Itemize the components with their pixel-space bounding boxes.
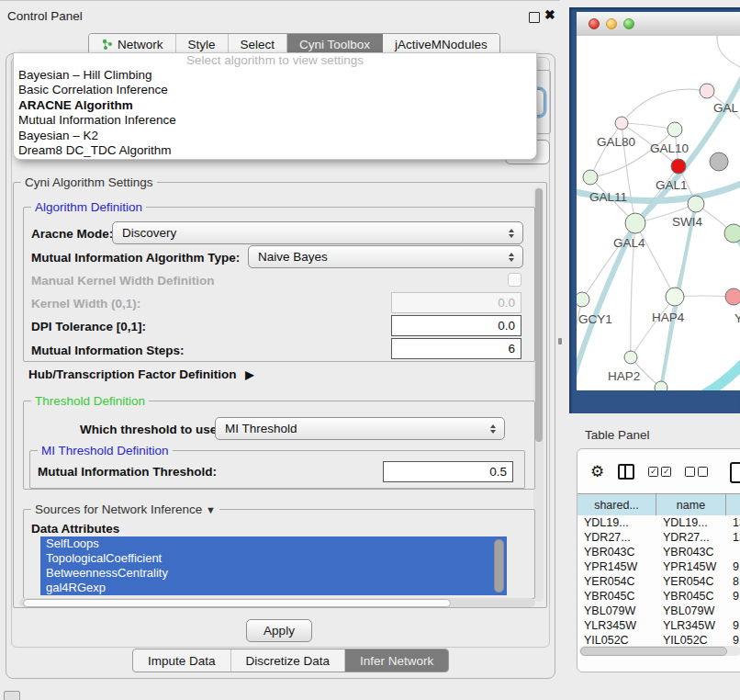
float-window-icon[interactable] bbox=[529, 12, 540, 23]
tab-infer-network[interactable]: Infer Network bbox=[345, 649, 448, 672]
popup-item[interactable]: Bayesian – Hill Climbing bbox=[14, 68, 536, 83]
apply-button[interactable]: Apply bbox=[246, 619, 312, 642]
network-nodes[interactable] bbox=[577, 84, 740, 390]
mi-threshold-field[interactable]: 0.5 bbox=[383, 461, 513, 482]
attribute-item[interactable]: gal4RGexp bbox=[40, 581, 507, 595]
unchecked-box-icon bbox=[698, 467, 708, 477]
tab-select[interactable]: Select bbox=[229, 34, 288, 54]
node-hap2[interactable] bbox=[624, 351, 637, 364]
popup-item[interactable]: Basic Correlation Inference bbox=[14, 83, 536, 97]
node-bottom-green[interactable] bbox=[655, 381, 667, 390]
sources-group: Sources for Network Inference ▼ Data Att… bbox=[23, 509, 535, 599]
settings-hscrollbar-thumb[interactable] bbox=[23, 599, 451, 607]
expander-right-icon: ▶ bbox=[245, 368, 253, 381]
tab-select-label: Select bbox=[241, 38, 275, 51]
combo-arrows-icon bbox=[509, 253, 514, 262]
network-canvas[interactable]: GAL GAL80 GAL10 GAL1 GAL11 SWI4 GAL4 GCY… bbox=[577, 36, 740, 390]
table-hscrollbar-thumb[interactable] bbox=[580, 647, 727, 656]
table-row[interactable]: YBR043CYBR043C bbox=[577, 545, 740, 559]
node-label: GAL bbox=[713, 101, 739, 115]
popup-item-selected[interactable]: ARACNE Algorithm bbox=[14, 98, 536, 113]
table-panel-title: Table Panel bbox=[585, 428, 650, 442]
node-hap4[interactable] bbox=[666, 288, 684, 306]
hub-definition-expander[interactable]: Hub/Transcription Factor Definition ▶ bbox=[28, 367, 254, 381]
table-row[interactable]: YBL079WYBL079W bbox=[577, 604, 740, 618]
zoom-traffic-light-icon[interactable] bbox=[623, 18, 634, 29]
mi-type-label: Mutual Information Algorithm Type: bbox=[31, 251, 240, 265]
split-columns-icon[interactable] bbox=[618, 464, 634, 480]
cell: YBL079W bbox=[656, 604, 726, 618]
select-all-checkboxes-icon[interactable]: ✓✓ bbox=[648, 467, 671, 477]
tab-cyni-toolbox[interactable]: Cyni Toolbox bbox=[287, 34, 383, 54]
dpi-tolerance-field[interactable]: 0.0 bbox=[391, 315, 521, 336]
kernel-width-field[interactable]: 0.0 bbox=[391, 292, 521, 313]
attributes-scrollbar-thumb[interactable] bbox=[494, 539, 504, 593]
node-label: GCY1 bbox=[578, 312, 612, 326]
attribute-item[interactable]: TopologicalCoefficient bbox=[40, 551, 507, 566]
table-row[interactable]: YPR145WYPR145W9. bbox=[577, 559, 740, 574]
network-window-titlebar[interactable] bbox=[577, 12, 740, 37]
node-right-green[interactable] bbox=[724, 224, 740, 243]
attribute-item[interactable]: BetweennessCentrality bbox=[40, 566, 507, 581]
table-row[interactable]: YER054CYER054C8. bbox=[577, 574, 740, 589]
document-icon[interactable] bbox=[730, 462, 740, 483]
column-header-name[interactable]: name bbox=[656, 494, 726, 516]
mi-type-combo[interactable]: Naive Bayes bbox=[248, 245, 523, 268]
node-gal10[interactable] bbox=[667, 122, 682, 137]
tab-jactivemnodules-label: jActiveMNodules bbox=[395, 38, 488, 51]
cell: YIL052C bbox=[577, 633, 656, 645]
node-swi4[interactable] bbox=[688, 196, 704, 212]
attribute-item[interactable]: SelfLoops bbox=[40, 536, 507, 551]
cell: 9. bbox=[726, 633, 740, 645]
gear-icon[interactable]: ⚙ bbox=[590, 464, 604, 480]
panel-splitter-handle[interactable] bbox=[558, 338, 562, 344]
close-traffic-light-icon[interactable] bbox=[589, 18, 600, 29]
tab-discretize-data[interactable]: Discretize Data bbox=[231, 649, 346, 672]
table-hscrollbar[interactable] bbox=[579, 646, 740, 656]
aracne-mode-combo[interactable]: Discovery bbox=[112, 221, 523, 244]
node-gal1-selected[interactable] bbox=[671, 159, 686, 174]
popup-item[interactable]: Bayesian – K2 bbox=[14, 129, 536, 143]
deselect-all-checkboxes-icon[interactable] bbox=[685, 467, 708, 477]
column-header-shared-name[interactable]: shared... bbox=[577, 494, 656, 516]
node-gal80[interactable] bbox=[615, 117, 628, 130]
close-icon[interactable]: ✖ bbox=[544, 7, 555, 22]
node-gal4[interactable] bbox=[625, 213, 645, 233]
corner-mini-button[interactable] bbox=[4, 691, 20, 700]
node-gal11[interactable] bbox=[583, 170, 598, 185]
settings-hscrollbar[interactable] bbox=[19, 598, 535, 607]
node-gcy1[interactable] bbox=[577, 292, 589, 307]
column-header-cut[interactable] bbox=[726, 494, 740, 516]
mi-threshold-value: 0.5 bbox=[489, 465, 507, 479]
minimize-traffic-light-icon[interactable] bbox=[606, 18, 617, 29]
table-row[interactable]: YLR345WYLR345W9. bbox=[577, 618, 740, 633]
bright-teal-edge bbox=[701, 359, 740, 390]
which-threshold-combo[interactable]: MI Threshold bbox=[215, 417, 505, 440]
control-panel-title: Control Panel bbox=[7, 9, 83, 23]
tab-network[interactable]: Network bbox=[89, 34, 176, 54]
settings-scrollbar-thumb[interactable] bbox=[535, 188, 543, 442]
node-label: Y bbox=[734, 311, 740, 325]
node-salmon[interactable] bbox=[725, 288, 740, 305]
control-panel-titlebar bbox=[0, 0, 560, 27]
cell: YDL19... bbox=[656, 515, 726, 530]
tab-impute-data[interactable]: Impute Data bbox=[133, 649, 231, 672]
table-row[interactable]: YBR045CYBR045C9. bbox=[577, 589, 740, 604]
table-row[interactable]: YIL052CYIL052C9. bbox=[577, 633, 740, 645]
node-gray[interactable] bbox=[710, 152, 728, 171]
mi-steps-field[interactable]: 6 bbox=[391, 338, 521, 359]
tab-cyni-toolbox-label: Cyni Toolbox bbox=[299, 38, 370, 51]
popup-item[interactable]: Dream8 DC_TDC Algorithm bbox=[14, 143, 536, 158]
tab-style[interactable]: Style bbox=[176, 34, 229, 54]
popup-item[interactable]: Mutual Information Inference bbox=[14, 113, 536, 128]
manual-kernel-checkbox[interactable] bbox=[508, 273, 521, 287]
tab-jactivemnodules[interactable]: jActiveMNodules bbox=[383, 34, 499, 54]
sources-group-title[interactable]: Sources for Network Inference ▼ bbox=[31, 502, 219, 516]
hub-definition-label: Hub/Transcription Factor Definition bbox=[28, 367, 237, 381]
collapse-down-icon: ▼ bbox=[206, 504, 216, 515]
cell: 8. bbox=[726, 574, 740, 589]
data-attributes-list[interactable]: SelfLoops TopologicalCoefficient Between… bbox=[40, 536, 507, 595]
table-row[interactable]: YDL19...YDL19...13 bbox=[577, 515, 740, 530]
table-row[interactable]: YDR27...YDR27...12 bbox=[577, 530, 740, 545]
node-gal-top[interactable] bbox=[700, 84, 714, 98]
